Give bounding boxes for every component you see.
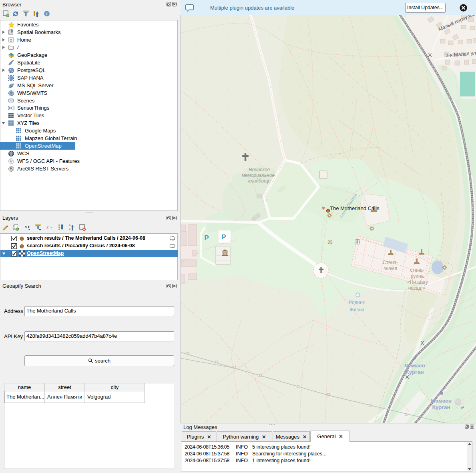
svg-text:ε: ε	[46, 224, 49, 230]
svg-text:i: i	[46, 11, 48, 16]
